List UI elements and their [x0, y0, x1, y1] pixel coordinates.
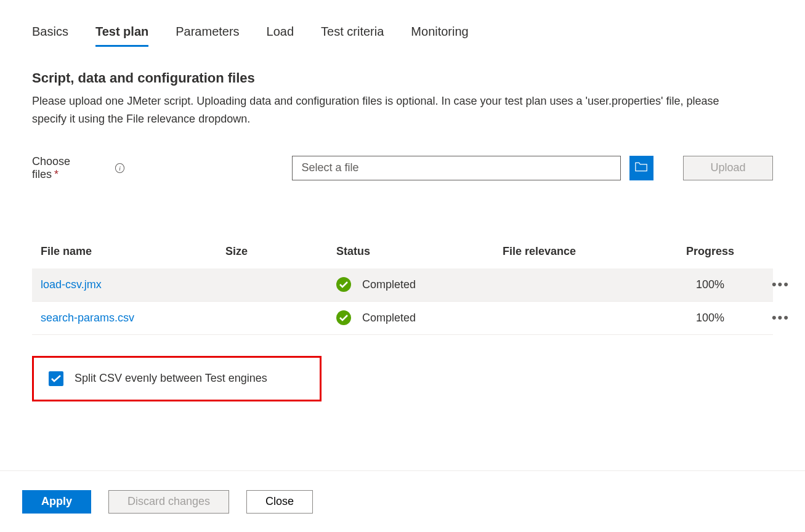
- status-success-icon: [336, 310, 351, 325]
- browse-button[interactable]: [629, 156, 653, 180]
- col-relevance: File relevance: [503, 245, 668, 258]
- tab-test-plan[interactable]: Test plan: [95, 25, 148, 47]
- col-size: Size: [225, 245, 336, 258]
- split-csv-checkbox[interactable]: [49, 371, 63, 386]
- row-more-menu[interactable]: •••: [765, 310, 790, 326]
- split-csv-label: Split CSV evenly between Test engines: [75, 372, 267, 385]
- row-more-menu[interactable]: •••: [765, 276, 790, 292]
- footer-bar: Apply Discard changes Close: [0, 470, 805, 532]
- tab-load[interactable]: Load: [267, 25, 294, 47]
- file-link[interactable]: load-csv.jmx: [41, 278, 225, 291]
- section-title: Script, data and configuration files: [32, 70, 773, 86]
- close-button[interactable]: Close: [246, 490, 313, 514]
- status-text: Completed: [362, 278, 416, 291]
- col-status: Status: [336, 245, 503, 258]
- files-table: File name Size Status File relevance Pro…: [32, 235, 773, 335]
- section-description: Please upload one JMeter script. Uploadi…: [32, 92, 753, 128]
- file-select-input[interactable]: Select a file: [292, 156, 620, 180]
- discard-changes-button[interactable]: Discard changes: [108, 490, 229, 514]
- table-row: search-params.csv Completed 100% •••: [32, 302, 773, 335]
- status-text: Completed: [362, 312, 416, 324]
- apply-button[interactable]: Apply: [22, 490, 91, 514]
- progress-text: 100%: [668, 278, 765, 291]
- col-filename: File name: [41, 245, 225, 258]
- table-row: load-csv.jmx Completed 100% •••: [32, 268, 773, 302]
- status-success-icon: [336, 277, 351, 292]
- folder-icon: [635, 162, 647, 174]
- split-csv-highlight: Split CSV evenly between Test engines: [32, 356, 322, 401]
- progress-text: 100%: [668, 312, 765, 324]
- tab-monitoring[interactable]: Monitoring: [411, 25, 468, 47]
- tab-basics[interactable]: Basics: [32, 25, 68, 47]
- info-icon[interactable]: i: [115, 163, 125, 173]
- choose-files-row: Choose files* i Select a file Upload: [32, 155, 773, 181]
- file-link[interactable]: search-params.csv: [41, 312, 225, 324]
- upload-button[interactable]: Upload: [683, 156, 773, 180]
- tab-parameters[interactable]: Parameters: [176, 25, 239, 47]
- table-header: File name Size Status File relevance Pro…: [32, 235, 773, 268]
- tab-test-criteria[interactable]: Test criteria: [321, 25, 384, 47]
- col-progress: Progress: [668, 245, 765, 258]
- choose-files-label: Choose files*: [32, 155, 99, 181]
- tabs-bar: Basics Test plan Parameters Load Test cr…: [0, 0, 805, 47]
